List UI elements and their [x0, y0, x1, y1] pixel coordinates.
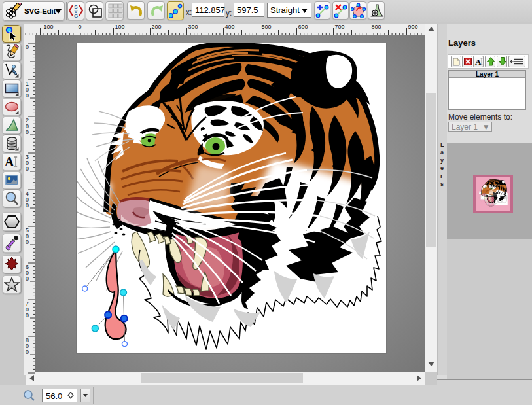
svg-text:9: 9	[26, 374, 29, 375]
svg-text:0: 0	[26, 275, 29, 282]
svg-text:0: 0	[26, 239, 29, 245]
svg-text:0: 0	[26, 202, 29, 209]
svg-text:800: 800	[372, 24, 381, 30]
svg-text:0: 0	[26, 92, 29, 99]
svg-text:0: 0	[26, 44, 29, 50]
svg-text:0: 0	[26, 349, 29, 355]
svg-text:0: 0	[79, 24, 82, 30]
svg-text:-100: -100	[42, 24, 54, 30]
svg-text:A: A	[5, 154, 14, 169]
svg-text:0: 0	[26, 312, 29, 319]
svg-text:200: 200	[152, 24, 162, 30]
svg-text:600: 600	[298, 24, 308, 30]
svg-text:100: 100	[115, 24, 125, 30]
svg-text:G: G	[74, 13, 78, 19]
svg-text:0: 0	[26, 129, 29, 135]
svg-text:300: 300	[188, 24, 198, 30]
svg-text:400: 400	[225, 24, 235, 30]
svg-text:900: 900	[408, 24, 418, 30]
svg-text:500: 500	[262, 24, 272, 30]
svg-text:0: 0	[26, 166, 29, 172]
svg-text:700: 700	[335, 24, 345, 30]
